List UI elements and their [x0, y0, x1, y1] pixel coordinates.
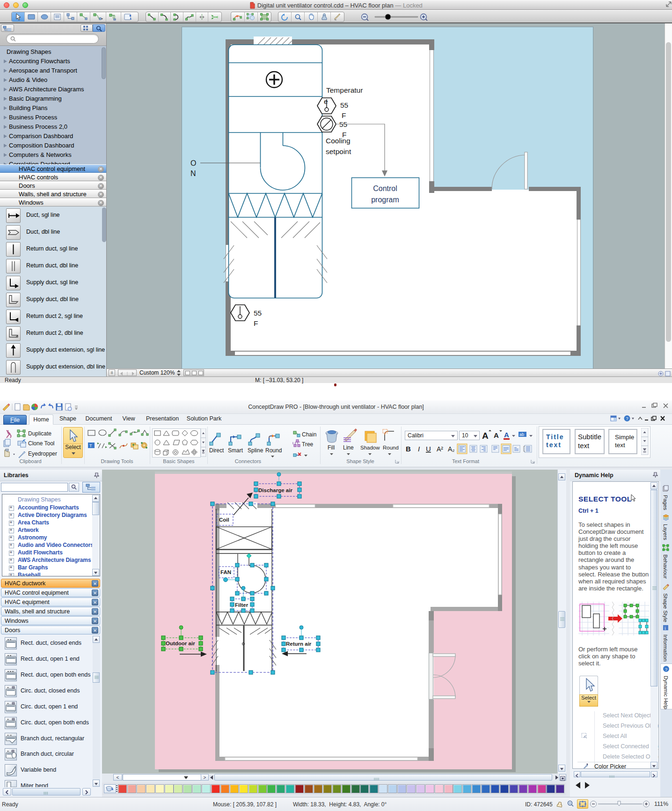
- svg-text:Discharge air: Discharge air: [258, 487, 292, 493]
- svg-text:Round: Round: [265, 447, 282, 454]
- svg-text:i: i: [665, 626, 666, 631]
- svg-text:N: N: [190, 170, 196, 177]
- svg-text:A₂: A₂: [448, 445, 455, 453]
- svg-text:Outdoor air: Outdoor air: [166, 641, 195, 646]
- svg-text:e: e: [324, 97, 328, 105]
- svg-text:A: A: [494, 431, 499, 439]
- svg-text:Line: Line: [343, 444, 354, 451]
- svg-text:Shadow: Shadow: [360, 445, 380, 450]
- svg-text:F: F: [342, 111, 346, 119]
- svg-text:Control: Control: [373, 184, 397, 192]
- svg-text:Fill: Fill: [328, 444, 335, 451]
- svg-text:111%: 111%: [654, 801, 668, 807]
- svg-text:program: program: [371, 196, 399, 204]
- svg-text:?: ?: [665, 667, 667, 672]
- svg-text:I: I: [418, 445, 420, 453]
- svg-text:A: A: [504, 431, 509, 439]
- svg-text:U: U: [426, 445, 431, 453]
- svg-text:Temperatur: Temperatur: [326, 86, 363, 94]
- svg-text:55: 55: [340, 101, 348, 109]
- svg-text:Direct: Direct: [209, 447, 224, 454]
- svg-text:Cooling: Cooling: [326, 137, 351, 145]
- svg-text:Filter: Filter: [235, 602, 248, 608]
- svg-text:A²: A²: [437, 445, 443, 453]
- svg-text:Spline: Spline: [248, 447, 263, 454]
- svg-text:Smart: Smart: [228, 447, 243, 454]
- svg-text:T: T: [89, 443, 92, 448]
- svg-text:?: ?: [626, 416, 628, 421]
- svg-text:ab: ab: [519, 432, 524, 437]
- svg-text:55: 55: [254, 309, 262, 317]
- svg-text:F: F: [254, 319, 258, 327]
- svg-text:Tree: Tree: [302, 441, 314, 448]
- svg-text:Return air: Return air: [286, 641, 312, 647]
- svg-text:Eyedropper: Eyedropper: [28, 450, 57, 457]
- svg-text:Coil: Coil: [219, 517, 229, 523]
- svg-text:Chain: Chain: [302, 431, 316, 438]
- svg-text:O: O: [190, 159, 196, 167]
- svg-text:Duplicate: Duplicate: [28, 430, 51, 437]
- svg-text:A: A: [482, 431, 489, 441]
- svg-text:setpoint: setpoint: [326, 147, 351, 155]
- svg-text:Round: Round: [383, 445, 399, 450]
- svg-text:Clone Tool: Clone Tool: [28, 440, 54, 447]
- svg-text:B: B: [406, 445, 411, 453]
- svg-text:FAN: FAN: [220, 569, 231, 575]
